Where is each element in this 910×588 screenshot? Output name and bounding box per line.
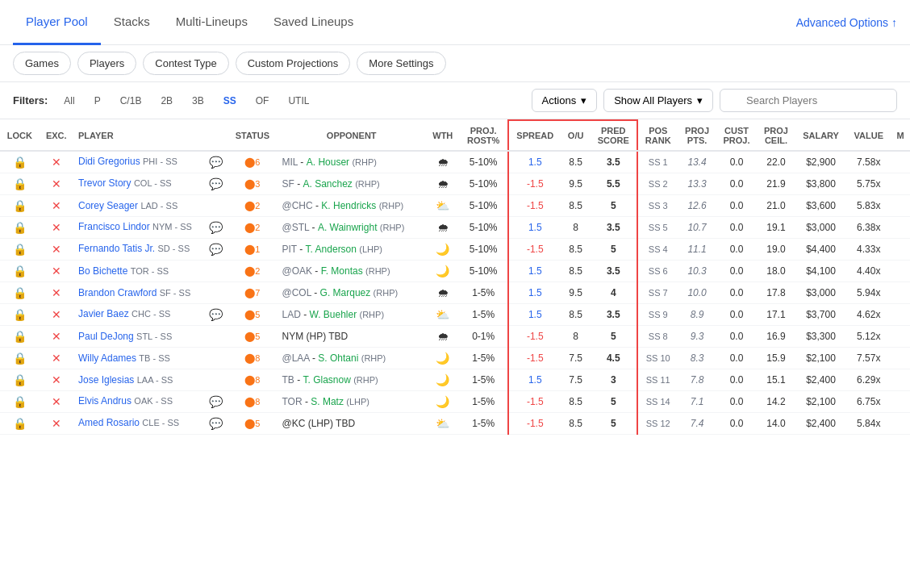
status-circle: ⬤ (244, 374, 255, 386)
message-icon[interactable]: 💬 (209, 308, 223, 321)
filter-of[interactable]: OF (249, 93, 276, 109)
player-name[interactable]: Paul DeJong (78, 331, 134, 342)
exclude-icon[interactable]: ✕ (52, 199, 61, 212)
exc-cell[interactable]: ✕ (40, 369, 73, 391)
lock-icon[interactable]: 🔒 (13, 199, 27, 212)
player-name[interactable]: Jose Iglesias (78, 374, 134, 386)
players-filter-btn[interactable]: Players (77, 52, 136, 75)
player-name[interactable]: Willy Adames (78, 352, 136, 364)
advanced-options-button[interactable]: Advanced Options ↑ (796, 16, 897, 29)
exclude-icon[interactable]: ✕ (52, 265, 61, 277)
exclude-icon[interactable]: ✕ (52, 417, 61, 430)
filter-ss[interactable]: SS (217, 93, 243, 109)
weather-cell: 🌧 (426, 217, 460, 239)
filter-c1b[interactable]: C/1B (114, 93, 148, 109)
player-name[interactable]: Trevor Story (78, 177, 131, 189)
exc-cell[interactable]: ✕ (40, 151, 73, 173)
filter-p[interactable]: P (88, 93, 107, 109)
lock-cell[interactable]: 🔒 (0, 348, 40, 369)
message-icon[interactable]: 💬 (209, 243, 223, 256)
lock-cell[interactable]: 🔒 (0, 239, 40, 261)
more-settings-filter-btn[interactable]: More Settings (357, 52, 445, 75)
message-icon[interactable]: 💬 (209, 221, 223, 234)
message-icon[interactable]: 💬 (209, 177, 223, 190)
pred-score-cell: 3.5 (590, 217, 637, 239)
exclude-icon[interactable]: ✕ (52, 395, 61, 408)
exc-cell[interactable]: ✕ (40, 413, 73, 435)
player-name[interactable]: Didi Gregorius (78, 156, 140, 167)
lock-cell[interactable]: 🔒 (0, 173, 40, 195)
actions-dropdown[interactable]: Actions ▾ (532, 89, 598, 112)
search-players-input[interactable] (720, 89, 897, 112)
exclude-icon[interactable]: ✕ (52, 330, 61, 343)
exc-cell[interactable]: ✕ (40, 239, 73, 261)
lock-icon[interactable]: 🔒 (13, 156, 27, 169)
exclude-icon[interactable]: ✕ (52, 373, 61, 386)
exclude-icon[interactable]: ✕ (52, 156, 61, 169)
player-name[interactable]: Javier Baez (78, 308, 129, 319)
exclude-icon[interactable]: ✕ (52, 352, 61, 365)
lock-icon[interactable]: 🔒 (13, 330, 27, 343)
lock-icon[interactable]: 🔒 (13, 286, 27, 299)
custom-projections-filter-btn[interactable]: Custom Projections (236, 52, 351, 75)
exc-cell[interactable]: ✕ (40, 348, 73, 369)
col-exc: EXC. (40, 120, 73, 151)
exc-cell[interactable]: ✕ (40, 173, 73, 195)
exc-cell[interactable]: ✕ (40, 391, 73, 413)
exc-cell[interactable]: ✕ (40, 326, 73, 348)
player-name[interactable]: Bo Bichette (78, 265, 127, 277)
lock-cell[interactable]: 🔒 (0, 217, 40, 239)
exc-cell[interactable]: ✕ (40, 282, 73, 304)
lock-icon[interactable]: 🔒 (13, 221, 27, 234)
message-icon[interactable]: 💬 (209, 156, 223, 169)
nav-player-pool[interactable]: Player Pool (13, 0, 101, 45)
exclude-icon[interactable]: ✕ (52, 177, 61, 190)
filter-all[interactable]: All (57, 93, 81, 109)
lock-icon[interactable]: 🔒 (13, 265, 27, 277)
exclude-icon[interactable]: ✕ (52, 243, 61, 256)
nav-multi-lineups[interactable]: Multi-Lineups (163, 0, 261, 45)
player-name[interactable]: Francisco Lindor (78, 221, 150, 232)
nav-saved-lineups[interactable]: Saved Lineups (261, 0, 366, 45)
exc-cell[interactable]: ✕ (40, 304, 73, 326)
games-filter-btn[interactable]: Games (13, 52, 71, 75)
lock-icon[interactable]: 🔒 (13, 352, 27, 365)
player-name[interactable]: Fernando Tatis Jr. (78, 243, 155, 254)
filter-2b[interactable]: 2B (154, 93, 179, 109)
nav-stacks[interactable]: Stacks (101, 0, 163, 45)
exclude-icon[interactable]: ✕ (52, 308, 61, 321)
contest-type-filter-btn[interactable]: Contest Type (143, 52, 228, 75)
pos-rank-cell: SS 5 (637, 217, 678, 239)
player-name[interactable]: Brandon Crawford (78, 287, 157, 298)
lock-cell[interactable]: 🔒 (0, 195, 40, 217)
filter-util[interactable]: UTIL (282, 93, 315, 109)
exc-cell[interactable]: ✕ (40, 195, 73, 217)
lock-cell[interactable]: 🔒 (0, 369, 40, 391)
exclude-icon[interactable]: ✕ (52, 286, 61, 299)
lock-icon[interactable]: 🔒 (13, 243, 27, 256)
lock-cell[interactable]: 🔒 (0, 413, 40, 435)
status-circle: ⬤ (244, 287, 255, 298)
exc-cell[interactable]: ✕ (40, 261, 73, 282)
show-players-dropdown[interactable]: Show All Players ▾ (603, 89, 713, 112)
player-name[interactable]: Amed Rosario (78, 417, 140, 428)
message-icon[interactable]: 💬 (209, 417, 223, 430)
lock-cell[interactable]: 🔒 (0, 261, 40, 282)
lock-icon[interactable]: 🔒 (13, 308, 27, 321)
lock-icon[interactable]: 🔒 (13, 417, 27, 430)
player-name[interactable]: Elvis Andrus (78, 395, 131, 407)
lock-cell[interactable]: 🔒 (0, 326, 40, 348)
lock-cell[interactable]: 🔒 (0, 151, 40, 173)
lock-icon[interactable]: 🔒 (13, 395, 27, 408)
message-icon[interactable]: 💬 (209, 395, 223, 408)
opponent-cell: SF - A. Sanchez (RHP) (277, 173, 425, 195)
exclude-icon[interactable]: ✕ (52, 221, 61, 234)
lock-cell[interactable]: 🔒 (0, 282, 40, 304)
lock-cell[interactable]: 🔒 (0, 304, 40, 326)
exc-cell[interactable]: ✕ (40, 217, 73, 239)
filter-3b[interactable]: 3B (186, 93, 211, 109)
lock-icon[interactable]: 🔒 (13, 177, 27, 190)
lock-icon[interactable]: 🔒 (13, 373, 27, 386)
lock-cell[interactable]: 🔒 (0, 391, 40, 413)
player-name[interactable]: Corey Seager (78, 200, 138, 211)
